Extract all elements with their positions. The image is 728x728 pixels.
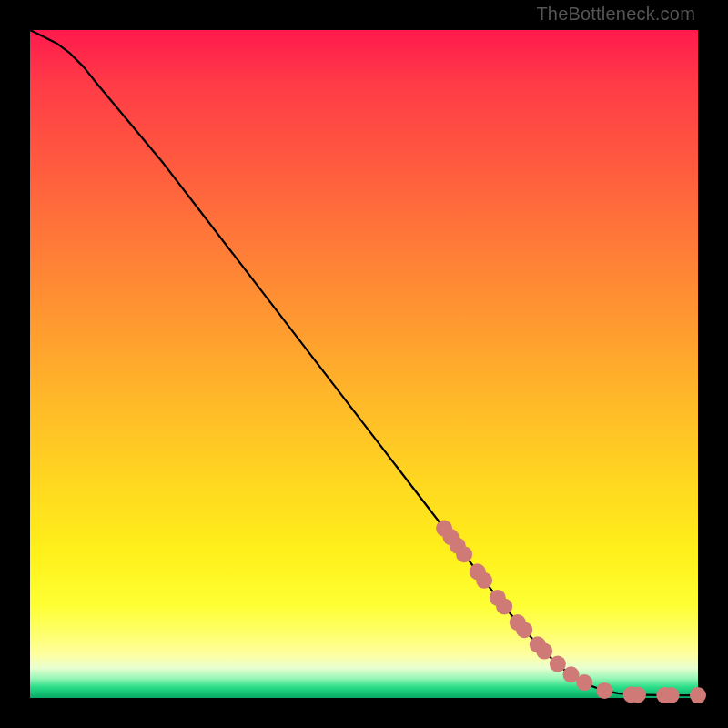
data-marker: [550, 656, 566, 672]
bottleneck-curve: [30, 30, 698, 695]
data-marker: [516, 622, 532, 638]
data-marker: [663, 687, 680, 703]
watermark-text: TheBottleneck.com: [536, 4, 695, 25]
data-marker: [630, 686, 646, 703]
marker-layer: [436, 521, 706, 704]
data-marker: [536, 643, 552, 660]
chart-frame: TheBottleneck.com: [0, 0, 728, 728]
data-marker: [690, 687, 706, 703]
chart-svg: [30, 30, 698, 698]
data-marker: [456, 546, 472, 562]
data-marker: [496, 598, 512, 614]
data-marker: [476, 572, 492, 589]
data-marker: [576, 674, 592, 691]
data-marker: [596, 682, 612, 699]
